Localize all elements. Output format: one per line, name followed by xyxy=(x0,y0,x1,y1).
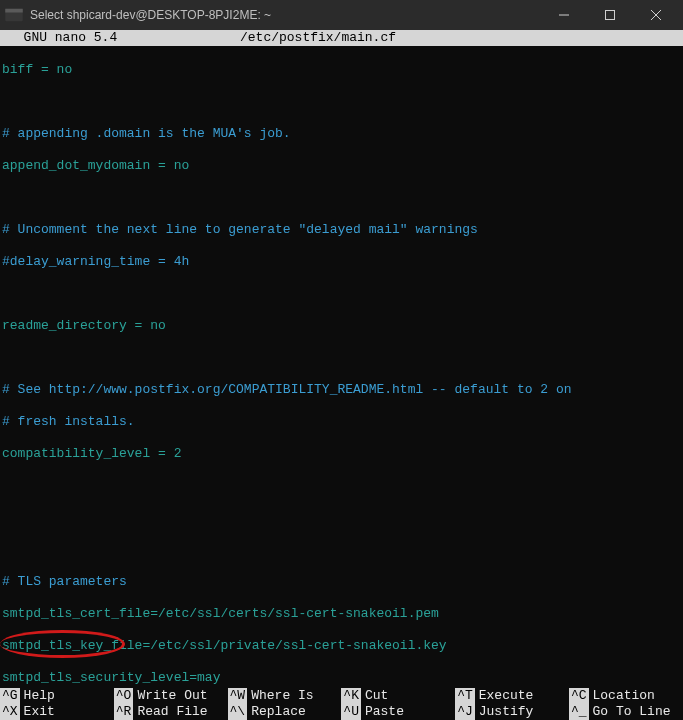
shortcut-writeout[interactable]: ^OWrite Out xyxy=(114,688,228,704)
shortcut-label: Cut xyxy=(365,688,388,704)
shortcut-key: ^_ xyxy=(569,704,589,720)
config-line: readme_directory = no xyxy=(2,318,166,333)
shortcut-key: ^U xyxy=(341,704,361,720)
nano-app-name: GNU nano 5.4 xyxy=(0,30,240,46)
shortcut-label: Execute xyxy=(479,688,534,704)
shortcut-label: Paste xyxy=(365,704,404,720)
svg-rect-3 xyxy=(606,11,615,20)
config-line: append_dot_mydomain = no xyxy=(2,158,189,173)
config-line: compatibility_level = 2 xyxy=(2,446,181,461)
minimize-button[interactable] xyxy=(541,0,587,30)
shortcut-gotoline[interactable]: ^_Go To Line xyxy=(569,704,683,720)
shortcut-key: ^K xyxy=(341,688,361,704)
shortcut-paste[interactable]: ^UPaste xyxy=(341,704,455,720)
shortcut-justify[interactable]: ^JJustify xyxy=(455,704,569,720)
shortcut-execute[interactable]: ^TExecute xyxy=(455,688,569,704)
comment-line: # See http://www.postfix.org/COMPATIBILI… xyxy=(2,382,572,397)
nano-footer: ^GHelp ^OWrite Out ^WWhere Is ^KCut ^TEx… xyxy=(0,688,683,720)
blank-line xyxy=(2,286,681,302)
shortcut-label: Write Out xyxy=(137,688,207,704)
shortcut-replace[interactable]: ^\Replace xyxy=(228,704,342,720)
svg-rect-1 xyxy=(5,9,23,13)
blank-line xyxy=(2,350,681,366)
shortcut-label: Help xyxy=(24,688,55,704)
shortcut-help[interactable]: ^GHelp xyxy=(0,688,114,704)
blank-line xyxy=(2,542,681,558)
shortcut-key: ^J xyxy=(455,704,475,720)
shortcut-cut[interactable]: ^KCut xyxy=(341,688,455,704)
shortcut-key: ^W xyxy=(228,688,248,704)
config-line: smtpd_tls_cert_file=/etc/ssl/certs/ssl-c… xyxy=(2,606,439,621)
shortcut-label: Read File xyxy=(137,704,207,720)
shortcut-key: ^\ xyxy=(228,704,248,720)
shortcut-label: Replace xyxy=(251,704,306,720)
nano-header: GNU nano 5.4 /etc/postfix/main.cf xyxy=(0,30,683,46)
maximize-button[interactable] xyxy=(587,0,633,30)
config-line: smtpd_tls_security_level=may xyxy=(2,670,220,685)
shortcut-label: Go To Line xyxy=(593,704,671,720)
shortcut-label: Location xyxy=(593,688,655,704)
shortcut-exit[interactable]: ^XExit xyxy=(0,704,114,720)
shortcut-key: ^R xyxy=(114,704,134,720)
shortcut-label: Exit xyxy=(24,704,55,720)
shortcut-readfile[interactable]: ^RRead File xyxy=(114,704,228,720)
config-line: biff = no xyxy=(2,62,72,77)
app-icon xyxy=(4,5,24,25)
comment-line: # Uncomment the next line to generate "d… xyxy=(2,222,478,237)
shortcut-label: Justify xyxy=(479,704,534,720)
nano-filename: /etc/postfix/main.cf xyxy=(240,30,623,46)
shortcut-key: ^T xyxy=(455,688,475,704)
comment-line: # appending .domain is the MUA's job. xyxy=(2,126,291,141)
shortcut-key: ^G xyxy=(0,688,20,704)
nano-status xyxy=(623,30,683,46)
blank-line xyxy=(2,94,681,110)
window-controls xyxy=(541,0,679,30)
blank-line xyxy=(2,478,681,494)
editor-body[interactable]: biff = no # appending .domain is the MUA… xyxy=(0,46,683,688)
shortcut-key: ^O xyxy=(114,688,134,704)
close-button[interactable] xyxy=(633,0,679,30)
window-title: Select shpicard-dev@DESKTOP-8PJI2ME: ~ xyxy=(30,8,541,22)
comment-line: # TLS parameters xyxy=(2,574,127,589)
config-line: smtpd_tls_key_file=/etc/ssl/private/ssl-… xyxy=(2,638,447,653)
shortcut-key: ^X xyxy=(0,704,20,720)
blank-line xyxy=(2,510,681,526)
terminal-area[interactable]: GNU nano 5.4 /etc/postfix/main.cf biff =… xyxy=(0,30,683,720)
window-titlebar: Select shpicard-dev@DESKTOP-8PJI2ME: ~ xyxy=(0,0,683,30)
comment-line: # fresh installs. xyxy=(2,414,135,429)
blank-line xyxy=(2,190,681,206)
shortcut-key: ^C xyxy=(569,688,589,704)
comment-line: #delay_warning_time = 4h xyxy=(2,254,189,269)
shortcut-label: Where Is xyxy=(251,688,313,704)
shortcut-location[interactable]: ^CLocation xyxy=(569,688,683,704)
shortcut-whereis[interactable]: ^WWhere Is xyxy=(228,688,342,704)
